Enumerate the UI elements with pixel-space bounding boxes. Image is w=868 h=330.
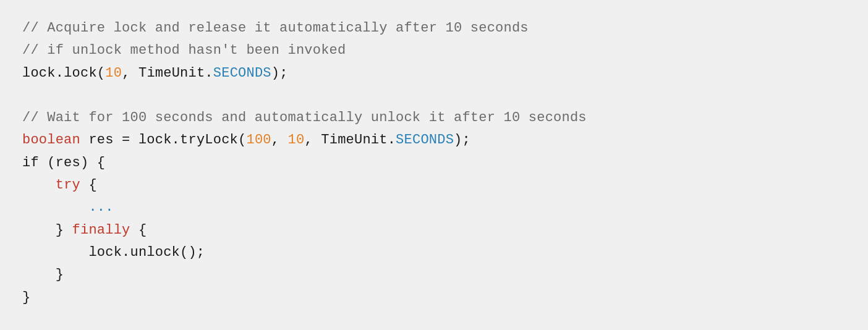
code-line-blank-1 <box>22 85 846 107</box>
code-line-13: } <box>22 287 846 309</box>
code-line-5: // Wait for 100 seconds and automaticall… <box>22 107 846 129</box>
code-line-6: boolean res = lock.tryLock(100, 10, Time… <box>22 129 846 151</box>
code-line-12: } <box>22 264 846 286</box>
code-line-11: lock.unlock(); <box>22 242 846 264</box>
code-line-7: if (res) { <box>22 152 846 174</box>
code-block: // Acquire lock and release it automatic… <box>0 0 868 330</box>
code-line-1: // Acquire lock and release it automatic… <box>22 17 846 40</box>
code-line-2: // if unlock method hasn't been invoked <box>22 40 846 62</box>
code-line-10: } finally { <box>22 219 846 242</box>
code-line-8: try { <box>22 174 846 197</box>
code-line-3: lock.lock(10, TimeUnit.SECONDS); <box>22 62 846 85</box>
code-line-9: ... <box>22 197 846 219</box>
